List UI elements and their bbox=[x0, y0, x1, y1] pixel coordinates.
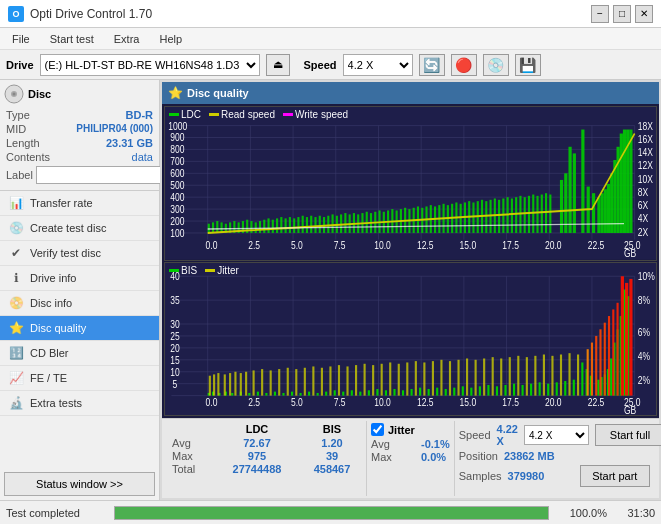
svg-rect-306 bbox=[577, 354, 579, 395]
sidebar-item-disc-info-label: Disc info bbox=[30, 297, 72, 309]
svg-rect-272 bbox=[287, 367, 289, 395]
svg-rect-280 bbox=[355, 365, 357, 396]
svg-rect-128 bbox=[515, 197, 517, 233]
refresh-button[interactable]: 🔄 bbox=[419, 54, 445, 76]
eject-button[interactable]: ⏏ bbox=[266, 54, 290, 76]
svg-rect-304 bbox=[560, 354, 562, 395]
close-button[interactable]: ✕ bbox=[635, 5, 653, 23]
menubar: File Start test Extra Help bbox=[0, 28, 661, 50]
svg-rect-58 bbox=[216, 221, 218, 233]
max-label: Max bbox=[172, 450, 212, 462]
svg-rect-57 bbox=[212, 222, 214, 233]
svg-rect-262 bbox=[217, 373, 219, 396]
minimize-button[interactable]: − bbox=[591, 5, 609, 23]
titlebar-title: Opti Drive Control 1.70 bbox=[30, 7, 152, 21]
disc-label-row: Label 🔍 bbox=[4, 164, 155, 186]
maximize-button[interactable]: □ bbox=[613, 5, 631, 23]
jitter-checkbox[interactable] bbox=[371, 423, 384, 436]
svg-rect-230 bbox=[436, 387, 438, 395]
svg-rect-293 bbox=[466, 358, 468, 395]
top-chart: LDC Read speed Write speed bbox=[164, 106, 657, 261]
start-full-button[interactable]: Start full bbox=[595, 424, 661, 446]
speed-stat-combo[interactable]: 4.2 X bbox=[524, 425, 589, 445]
quality-panel-title: Disc quality bbox=[187, 87, 249, 99]
svg-rect-273 bbox=[295, 369, 297, 396]
titlebar-controls: − □ ✕ bbox=[591, 5, 653, 23]
svg-text:8X: 8X bbox=[638, 186, 649, 198]
svg-rect-70 bbox=[267, 218, 269, 233]
svg-rect-302 bbox=[543, 354, 545, 395]
samples-label: Samples bbox=[459, 470, 502, 482]
svg-text:800: 800 bbox=[170, 143, 184, 155]
svg-text:10: 10 bbox=[170, 365, 179, 377]
sidebar-item-cd-bler[interactable]: 🔢 CD Bler bbox=[0, 341, 159, 366]
menu-extra[interactable]: Extra bbox=[108, 31, 146, 47]
sidebar-item-transfer-rate-label: Transfer rate bbox=[30, 197, 93, 209]
svg-rect-72 bbox=[276, 218, 278, 233]
svg-rect-78 bbox=[302, 216, 304, 233]
sidebar-item-verify-test-disc[interactable]: ✔ Verify test disc bbox=[0, 241, 159, 266]
speed-select[interactable]: 4.2 X bbox=[343, 54, 413, 76]
svg-rect-73 bbox=[280, 217, 282, 233]
svg-rect-237 bbox=[496, 386, 498, 395]
jitter-legend-color bbox=[205, 269, 215, 272]
svg-rect-124 bbox=[498, 200, 500, 233]
svg-rect-206 bbox=[231, 392, 233, 395]
disc-action-btn2[interactable]: 💿 bbox=[483, 54, 509, 76]
svg-text:500: 500 bbox=[170, 179, 184, 191]
quality-header-icon: ⭐ bbox=[168, 86, 183, 100]
svg-rect-297 bbox=[500, 358, 502, 395]
svg-rect-311 bbox=[604, 322, 606, 395]
total-bis: 458467 bbox=[302, 463, 362, 475]
speed-stat-value: 4.22 X bbox=[497, 423, 518, 447]
svg-rect-269 bbox=[261, 369, 263, 396]
sidebar-item-extra-tests[interactable]: 🔬 Extra tests bbox=[0, 391, 159, 416]
disc-label-input[interactable] bbox=[36, 166, 165, 184]
svg-text:200: 200 bbox=[170, 215, 184, 227]
svg-rect-115 bbox=[460, 204, 462, 233]
disc-info-icon: 📀 bbox=[8, 296, 24, 310]
time-text: 31:30 bbox=[615, 507, 655, 519]
disc-length-label: Length bbox=[6, 137, 40, 149]
save-button[interactable]: 💾 bbox=[515, 54, 541, 76]
start-part-button[interactable]: Start part bbox=[580, 465, 650, 487]
disc-label-label: Label bbox=[6, 169, 33, 181]
svg-text:2X: 2X bbox=[638, 226, 649, 238]
jitter-stats: Jitter Avg -0.1% Max 0.0% bbox=[366, 421, 454, 496]
drive-select[interactable]: (E:) HL-DT-ST BD-RE WH16NS48 1.D3 bbox=[40, 54, 260, 76]
svg-text:15.0: 15.0 bbox=[460, 396, 477, 408]
bottom-chart: BIS Jitter bbox=[164, 262, 657, 417]
menu-help[interactable]: Help bbox=[153, 31, 188, 47]
svg-rect-84 bbox=[327, 216, 329, 233]
sidebar-item-transfer-rate[interactable]: 📊 Transfer rate bbox=[0, 191, 159, 216]
sidebar-item-create-test-disc[interactable]: 💿 Create test disc bbox=[0, 216, 159, 241]
svg-text:10X: 10X bbox=[638, 173, 654, 185]
disc-contents-value: data bbox=[132, 151, 153, 163]
disc-section: Disc Type BD-R MID PHILIPR04 (000) Lengt… bbox=[0, 80, 159, 191]
svg-rect-244 bbox=[556, 382, 558, 395]
svg-rect-88 bbox=[344, 213, 346, 233]
status-window-button[interactable]: Status window >> bbox=[4, 472, 155, 496]
sidebar-item-disc-info[interactable]: 📀 Disc info bbox=[0, 291, 159, 316]
sidebar-item-disc-quality[interactable]: ⭐ Disc quality bbox=[0, 316, 159, 341]
svg-text:700: 700 bbox=[170, 155, 184, 167]
sidebar-item-verify-test-disc-label: Verify test disc bbox=[30, 247, 101, 259]
svg-rect-289 bbox=[432, 361, 434, 395]
sidebar-item-drive-info[interactable]: ℹ Drive info bbox=[0, 266, 159, 291]
svg-text:22.5: 22.5 bbox=[588, 396, 605, 408]
svg-rect-277 bbox=[329, 366, 331, 395]
svg-rect-220 bbox=[351, 390, 353, 395]
svg-rect-210 bbox=[265, 392, 267, 395]
svg-rect-298 bbox=[509, 357, 511, 395]
disc-action-btn1[interactable]: 🔴 bbox=[451, 54, 477, 76]
sidebar-item-fe-te[interactable]: 📈 FE / TE bbox=[0, 366, 159, 391]
menu-file[interactable]: File bbox=[6, 31, 36, 47]
svg-rect-299 bbox=[517, 355, 519, 395]
max-ldc: 975 bbox=[222, 450, 292, 462]
avg-row: Avg 72.67 1.20 bbox=[172, 437, 362, 449]
svg-rect-130 bbox=[524, 197, 526, 233]
speed-stat-label: Speed bbox=[459, 429, 491, 441]
menu-start-test[interactable]: Start test bbox=[44, 31, 100, 47]
jitter-max-val: 0.0% bbox=[421, 451, 446, 463]
svg-rect-145 bbox=[600, 193, 603, 233]
